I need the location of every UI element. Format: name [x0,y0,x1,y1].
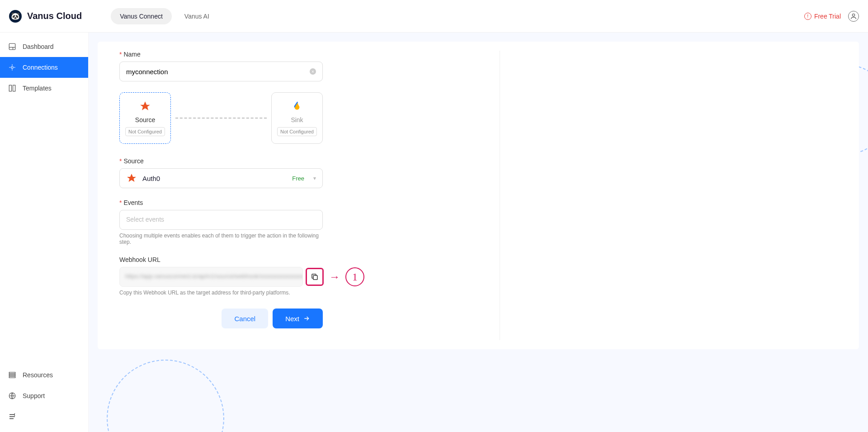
svg-rect-1 [9,43,15,50]
free-trial-badge[interactable]: ! Free Trial [804,13,841,20]
events-label: Events [123,199,143,206]
user-icon [850,13,857,20]
sidebar-item-support[interactable]: Support [0,385,88,406]
form-right-panel [500,51,859,340]
sidebar-item-label: Dashboard [23,43,54,50]
sidebar-item-label: Connections [23,64,58,71]
content-area: *Name × Source Not Configured [89,33,868,432]
user-avatar[interactable] [848,11,859,22]
copy-webhook-button[interactable] [306,268,324,286]
webhook-label: Webhook URL [119,256,160,263]
sidebar-item-connections[interactable]: Connections [0,57,88,78]
annotation-number: 1 [345,267,364,286]
field-source: *Source Auth0 Free ▾ [119,157,323,188]
sink-card[interactable]: Sink Not Configured [271,92,323,144]
support-icon [8,392,16,400]
source-card[interactable]: Source Not Configured [119,92,171,144]
arrow-right-icon [303,315,310,322]
chevron-down-icon: ▾ [313,175,316,181]
connections-icon [8,63,16,71]
templates-icon [8,84,16,92]
decoration-circle [107,360,224,432]
auth0-icon [139,100,151,114]
required-mark: * [119,157,122,165]
name-input[interactable] [126,68,310,76]
svg-point-2 [11,66,14,69]
source-card-title: Source [135,116,155,123]
next-button[interactable]: Next [273,309,323,328]
sidebar: Dashboard Connections Templates Resou [0,33,89,432]
svg-rect-7 [9,376,15,378]
resources-icon [8,371,16,379]
dashboard-icon [8,43,16,51]
logo-area[interactable]: 🐼 Vanus Cloud [9,10,82,23]
webhook-helper: Copy this Webhook URL as the target addr… [119,290,478,296]
name-input-wrapper[interactable]: × [119,62,323,81]
connector-line [175,118,267,119]
source-sink-row: Source Not Configured Sink Not Configure… [119,92,323,144]
app-name: Vanus Cloud [27,11,82,21]
sidebar-item-templates[interactable]: Templates [0,78,88,99]
nav-tabs: Vanus Connect Vanus AI [111,8,218,24]
logo-icon: 🐼 [9,10,22,23]
clear-icon[interactable]: × [310,68,316,75]
svg-rect-9 [313,275,317,280]
source-select-name: Auth0 [142,175,287,182]
nav-tab-connect[interactable]: Vanus Connect [111,8,172,24]
required-mark: * [119,199,122,206]
sink-card-title: Sink [291,116,303,123]
source-select[interactable]: Auth0 Free ▾ [119,168,323,188]
auth0-logo-icon [126,173,137,184]
field-events: *Events Select events Choosing multiple … [119,199,323,245]
events-helper: Choosing multiple events enables each of… [119,233,323,245]
field-webhook: Webhook URL https://app.vanusconnect.io/… [119,256,478,296]
required-mark: * [119,51,122,58]
sidebar-item-dashboard[interactable]: Dashboard [0,36,88,57]
source-card-status: Not Configured [125,127,165,136]
source-select-badge: Free [292,175,304,182]
svg-rect-4 [13,85,15,91]
free-trial-label: Free Trial [814,13,841,20]
next-label: Next [285,315,299,323]
copy-icon [311,273,319,281]
cancel-button[interactable]: Cancel [222,309,268,328]
svg-rect-6 [9,375,15,376]
cancel-label: Cancel [234,315,255,323]
annotation-arrow-icon: → [329,271,340,283]
field-name: *Name × [119,51,323,81]
sidebar-item-label: Support [23,392,45,399]
sidebar-item-label: Templates [23,85,52,92]
svg-rect-5 [9,372,15,374]
events-input[interactable]: Select events [119,210,323,230]
header: 🐼 Vanus Cloud Vanus Connect Vanus AI ! F… [0,0,868,33]
name-label: Name [123,51,140,58]
svg-point-0 [852,14,854,16]
webhook-url-input: https://app.vanusconnect.io/api/v1/sourc… [119,267,303,287]
sidebar-item-label: Resources [23,371,53,379]
sink-card-status: Not Configured [277,127,317,136]
sidebar-collapse-button[interactable] [0,406,88,428]
collapse-icon [8,413,16,421]
nav-tab-ai[interactable]: Vanus AI [175,8,218,24]
form-card: *Name × Source Not Configured [98,42,859,349]
sink-icon [291,100,303,114]
source-label: Source [123,157,143,165]
sidebar-item-resources[interactable]: Resources [0,365,88,385]
clock-icon: ! [804,13,811,20]
svg-rect-3 [9,85,11,91]
